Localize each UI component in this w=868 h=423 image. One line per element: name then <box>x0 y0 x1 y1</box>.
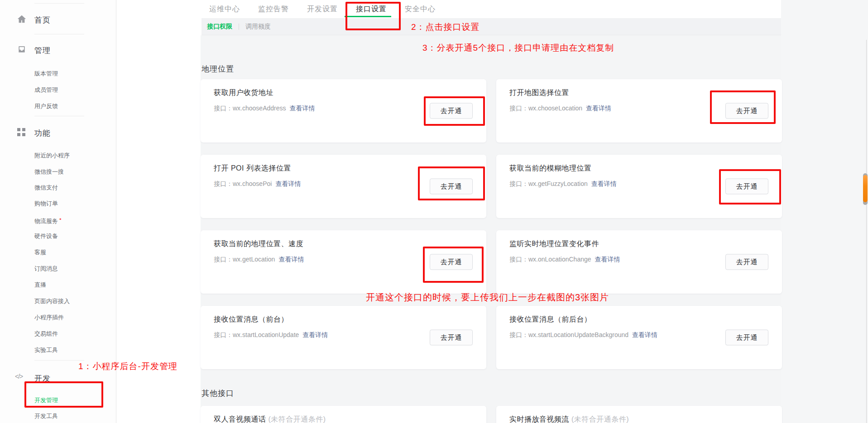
api-card-title: 双人音视频通话 (未符合开通条件) <box>214 415 326 423</box>
scrollbar-track[interactable] <box>866 40 867 423</box>
sidebar-item-shopping-orders[interactable]: 购物订单 <box>34 200 58 208</box>
sidebar-item-subscribe-messages[interactable]: 订阅消息 <box>34 265 58 273</box>
api-card: 实时播放音视频流 (未符合开通条件) <box>496 406 782 423</box>
view-details-link[interactable]: 查看详情 <box>275 180 301 187</box>
active-tab-underline <box>345 16 391 17</box>
api-card-meta: 接口：wx.startLocationUpdateBackground查看详情 <box>509 331 657 339</box>
subtab-divider <box>239 24 239 30</box>
sidebar-rule <box>34 360 84 361</box>
sidebar-item-nearby-mini-programs[interactable]: 附近的小程序 <box>34 152 70 160</box>
api-card-title: 打开地图选择位置 <box>509 88 569 98</box>
sidebar-item-experimental-tools[interactable]: 实验工具 <box>34 346 58 354</box>
sidebar-item-features[interactable]: 功能 <box>34 128 51 138</box>
view-details-link[interactable]: 查看详情 <box>290 105 315 112</box>
subtab-call-quota[interactable]: 调用额度 <box>245 23 271 31</box>
api-card-title: 实时播放音视频流 (未符合开通条件) <box>509 415 629 423</box>
tab-security-center[interactable]: 安全中心 <box>405 5 436 14</box>
api-card-meta: 接口：wx.getLocation查看详情 <box>214 256 304 264</box>
api-card-title: 获取当前的模糊地理位置 <box>509 164 592 173</box>
section-title-other-apis: 其他接口 <box>201 388 234 399</box>
sidebar-item-manage[interactable]: 管理 <box>34 45 51 56</box>
sidebar-item-trading-components[interactable]: 交易组件 <box>34 330 58 338</box>
activate-button[interactable]: 去开通 <box>725 254 768 270</box>
tab-operations-center[interactable]: 运维中心 <box>209 5 240 14</box>
sidebar-rule <box>34 116 84 116</box>
scrollbar-thumb[interactable] <box>863 175 868 202</box>
tab-dev-settings[interactable]: 开发设置 <box>307 5 338 14</box>
activate-button[interactable]: 去开通 <box>430 179 473 195</box>
card-grid-other: 双人音视频通话 (未符合开通条件) 实时播放音视频流 (未符合开通条件) <box>201 406 782 423</box>
page-background-right <box>781 0 868 423</box>
sidebar-item-page-content-access[interactable]: 页面内容接入 <box>34 297 70 305</box>
sidebar-item-mini-program-plugins[interactable]: 小程序插件 <box>34 314 64 322</box>
api-card-wx.startLocationUpdateBackground: 接收位置消息（前后台） 接口：wx.startLocationUpdateBac… <box>496 306 782 369</box>
api-card-meta: 接口：wx.getFuzzyLocation查看详情 <box>509 180 617 188</box>
page-tabs: 运维中心 监控告警 开发设置 接口设置 安全中心 <box>209 5 436 14</box>
sidebar-item-dev[interactable]: 开发 <box>34 373 51 384</box>
api-card-wx.onLocationChange: 监听实时地理位置变化事件 接口：wx.onLocationChange查看详情 … <box>496 230 782 294</box>
inbox-icon <box>17 45 26 56</box>
view-details-link[interactable]: 查看详情 <box>591 180 617 187</box>
sidebar-item-wechat-pay[interactable]: 微信支付 <box>34 184 58 192</box>
api-card-wx.getFuzzyLocation: 获取当前的模糊地理位置 接口：wx.getFuzzyLocation查看详情 去… <box>496 155 782 218</box>
view-details-link[interactable]: 查看详情 <box>278 256 304 263</box>
activate-button[interactable]: 去开通 <box>725 179 768 195</box>
api-card-meta: 接口：wx.startLocationUpdate查看详情 <box>214 331 328 339</box>
sidebar-rule <box>34 34 84 34</box>
sidebar-item-user-feedback[interactable]: 用户反馈 <box>34 102 58 110</box>
view-details-link[interactable]: 查看详情 <box>632 331 657 338</box>
activate-button[interactable]: 去开通 <box>725 330 768 346</box>
api-card-wx.getLocation: 获取当前的地理位置、速度 接口：wx.getLocation查看详情 去开通 <box>201 230 486 294</box>
api-card-wx.choosePoi: 打开 POI 列表选择位置 接口：wx.choosePoi查看详情 去开通 <box>201 155 486 218</box>
view-details-link[interactable]: 查看详情 <box>586 105 611 112</box>
api-card-meta: 接口：wx.chooseAddress查看详情 <box>214 105 315 113</box>
card-grid-geolocation: 获取用户收货地址 接口：wx.chooseAddress查看详情 去开通 打开地… <box>201 79 782 369</box>
code-icon: </> <box>15 373 23 380</box>
api-card-wx.startLocationUpdate: 接收位置消息（前台） 接口：wx.startLocationUpdate查看详情… <box>201 306 486 369</box>
api-card-title: 监听实时地理位置变化事件 <box>509 239 599 249</box>
api-card: 双人音视频通话 (未符合开通条件) <box>201 406 486 423</box>
activate-button[interactable]: 去开通 <box>430 254 473 270</box>
section-title-geolocation: 地理位置 <box>201 64 234 74</box>
sidebar-item-logistics-service[interactable]: 物流服务• <box>34 216 62 225</box>
home-icon <box>17 14 27 26</box>
sidebar-item-wechat-search[interactable]: 微信搜一搜 <box>34 168 64 176</box>
sidebar-item-dev-tools[interactable]: 开发工具 <box>34 412 58 420</box>
tab-api-settings[interactable]: 接口设置 <box>356 5 387 14</box>
api-card-wx.chooseAddress: 获取用户收货地址 接口：wx.chooseAddress查看详情 去开通 <box>201 79 486 143</box>
annotation-upload-note: 开通这个接口的时候，要上传我们上一步在截图的3张图片 <box>366 291 609 304</box>
api-card-meta: 接口：wx.choosePoi查看详情 <box>214 180 301 188</box>
api-card-wx.chooseLocation: 打开地图选择位置 接口：wx.chooseLocation查看详情 去开通 <box>496 79 782 143</box>
view-details-link[interactable]: 查看详情 <box>302 331 328 338</box>
api-card-title: 打开 POI 列表选择位置 <box>214 164 291 173</box>
sidebar: 首页 管理 版本管理 成员管理 用户反馈 功能 附近的小程序 微信搜一搜 微信支… <box>0 0 116 423</box>
sidebar-rule <box>34 3 84 4</box>
sidebar-item-dev-management[interactable]: 开发管理 <box>34 396 58 404</box>
sidebar-item-live-streaming[interactable]: 直播 <box>34 281 46 289</box>
tab-monitoring-alerts[interactable]: 监控告警 <box>258 5 289 14</box>
sidebar-divider <box>116 0 116 423</box>
sidebar-item-hardware-devices[interactable]: 硬件设备 <box>34 232 58 240</box>
api-card-title: 接收位置消息（前后台） <box>509 315 592 324</box>
grid-icon <box>17 128 25 138</box>
sidebar-item-home[interactable]: 首页 <box>34 15 51 25</box>
sidebar-item-member-management[interactable]: 成员管理 <box>34 86 58 94</box>
api-card-title: 获取用户收货地址 <box>214 88 273 98</box>
subtab-bar: 接口权限 调用额度 <box>201 18 781 35</box>
sidebar-item-customer-service[interactable]: 客服 <box>34 248 46 257</box>
sidebar-item-version-management[interactable]: 版本管理 <box>34 70 58 78</box>
activate-button[interactable]: 去开通 <box>725 103 768 119</box>
api-card-title: 接收位置消息（前台） <box>214 315 288 324</box>
api-card-meta: 接口：wx.chooseLocation查看详情 <box>509 105 611 113</box>
activate-button[interactable]: 去开通 <box>430 330 473 346</box>
annotation-step2: 2：点击接口设置 <box>411 21 480 33</box>
annotation-step3: 3：分表开通5个接口，接口申请理由在文档复制 <box>422 42 614 54</box>
subtab-api-permission[interactable]: 接口权限 <box>207 23 232 31</box>
annotation-step1: 1：小程序后台-开发管理 <box>78 361 177 372</box>
activate-button[interactable]: 去开通 <box>430 103 473 119</box>
new-badge-dot: • <box>59 216 62 223</box>
api-card-meta: 接口：wx.onLocationChange查看详情 <box>509 256 620 264</box>
view-details-link[interactable]: 查看详情 <box>595 256 620 263</box>
api-card-title: 获取当前的地理位置、速度 <box>214 239 303 249</box>
